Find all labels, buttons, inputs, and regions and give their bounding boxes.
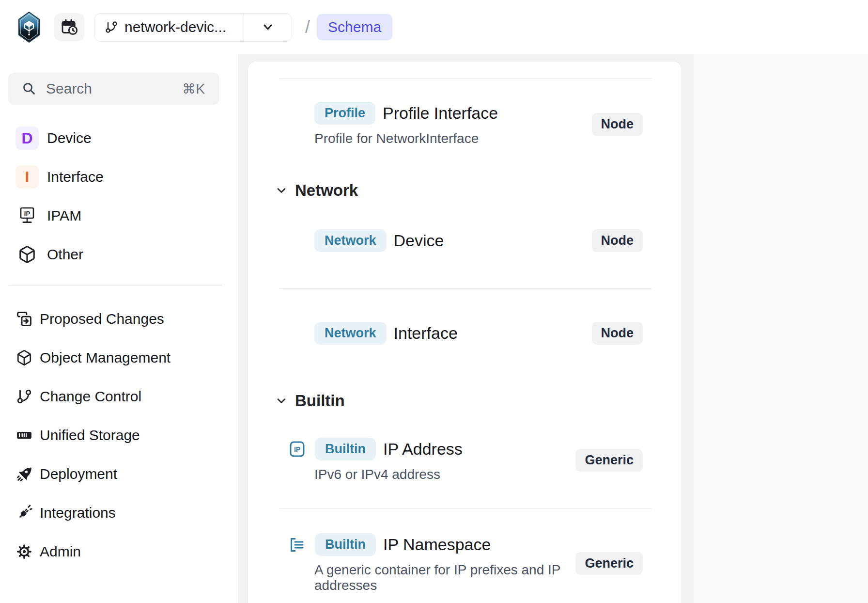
sidebar-item-admin[interactable]: Admin	[0, 532, 238, 571]
branch-name: network-devic...	[124, 19, 226, 35]
row-title: Profile Interface	[383, 104, 498, 123]
sidebar-divider	[8, 285, 222, 286]
branch-selector-toggle[interactable]	[244, 14, 292, 41]
row-subtitle: A generic container for IP prefixes and …	[314, 562, 575, 593]
section-header-network[interactable]: Network	[248, 160, 682, 211]
row-title: IP Namespace	[383, 535, 491, 554]
cube-icon	[16, 349, 32, 366]
infrahub-logo-icon[interactable]	[18, 12, 40, 43]
svg-text:IP: IP	[294, 445, 300, 453]
sidebar-item-integrations[interactable]: Integrations	[0, 493, 238, 532]
chevron-down-icon	[261, 20, 275, 34]
row-title: IP Address	[383, 440, 463, 459]
schema-row-ip-namespace[interactable]: Builtin IP Namespace A generic container…	[248, 509, 682, 603]
row-title: Device	[394, 231, 444, 250]
schema-row-network-interface[interactable]: Network Interface Node	[248, 289, 682, 379]
ipam-icon: IP	[17, 206, 37, 226]
rocket-icon	[16, 466, 32, 482]
sidebar-item-object-management[interactable]: Object Management	[0, 338, 238, 377]
search-input[interactable]: Search ⌘K	[8, 73, 219, 105]
kind-badge: Generic	[575, 449, 643, 472]
sidebar-item-unified-storage[interactable]: Unified Storage	[0, 416, 238, 455]
category-badge: Network	[314, 229, 387, 252]
device-letter-icon: D	[16, 127, 39, 150]
proposed-changes-icon	[16, 311, 32, 327]
sidebar-item-ipam[interactable]: IP IPAM	[0, 196, 238, 235]
interface-letter-icon: I	[16, 165, 39, 189]
branch-selector[interactable]: network-devic...	[94, 13, 292, 42]
sidebar-item-deployment[interactable]: Deployment	[0, 455, 238, 493]
schema-list-panel: Profile Profile Interface Profile for Ne…	[238, 54, 694, 603]
plug-icon	[16, 505, 32, 521]
category-badge: Network	[314, 322, 387, 345]
breadcrumb-separator: /	[305, 17, 310, 37]
kind-badge: Generic	[575, 552, 643, 575]
sidebar-item-interface[interactable]: I Interface	[0, 158, 238, 196]
schema-row-network-device[interactable]: Network Device Node	[248, 211, 682, 288]
section-header-builtin[interactable]: Builtin	[248, 379, 682, 422]
sidebar-item-proposed-changes[interactable]: Proposed Changes	[0, 300, 238, 338]
truncated-row-divider	[279, 62, 652, 79]
git-branch-icon	[16, 388, 32, 405]
sidebar: Search ⌘K D Device I Interface IP	[0, 54, 238, 603]
gear-icon	[16, 543, 32, 560]
git-branch-icon	[105, 20, 118, 34]
svg-text:IP: IP	[24, 210, 31, 217]
storage-server-icon	[16, 427, 32, 444]
kind-badge: Node	[592, 322, 643, 345]
category-badge: Builtin	[315, 438, 376, 460]
search-icon	[22, 81, 36, 96]
app-nav: Proposed Changes Object Management	[0, 300, 238, 571]
ip-address-icon: IP	[290, 441, 305, 457]
search-placeholder: Search	[46, 80, 172, 97]
calendar-clock-icon	[61, 18, 78, 36]
breadcrumb-schema[interactable]: Schema	[317, 14, 392, 40]
ip-namespace-icon	[290, 537, 305, 553]
chevron-down-icon	[275, 184, 288, 197]
kind-badge: Node	[592, 229, 643, 252]
category-badge: Profile	[314, 102, 375, 125]
search-shortcut: ⌘K	[182, 81, 205, 97]
section-title: Network	[295, 181, 358, 200]
row-subtitle: Profile for NetworkInterface	[314, 131, 592, 146]
schema-row-ip-address[interactable]: IP Builtin IP Address IPv6 or IPv4 addre…	[248, 422, 682, 508]
sidebar-item-device[interactable]: D Device	[0, 119, 238, 158]
schema-groups-nav: D Device I Interface IP IPAM	[0, 119, 238, 274]
section-title: Builtin	[295, 392, 345, 410]
cube-icon	[18, 245, 36, 264]
sidebar-item-change-control[interactable]: Change Control	[0, 377, 238, 416]
row-subtitle: IPv6 or IPv4 address	[314, 467, 575, 482]
time-travel-button[interactable]	[54, 13, 84, 41]
sidebar-item-other[interactable]: Other	[0, 235, 238, 274]
chevron-down-icon	[275, 395, 288, 407]
row-title: Interface	[394, 324, 458, 343]
schema-row-profile-interface[interactable]: Profile Profile Interface Profile for Ne…	[248, 79, 682, 160]
category-badge: Builtin	[315, 533, 376, 556]
topbar: network-devic... / Schema	[0, 0, 868, 54]
kind-badge: Node	[592, 113, 643, 136]
schema-card: Profile Profile Interface Profile for Ne…	[248, 61, 682, 603]
branch-selector-current: network-devic...	[94, 14, 244, 41]
